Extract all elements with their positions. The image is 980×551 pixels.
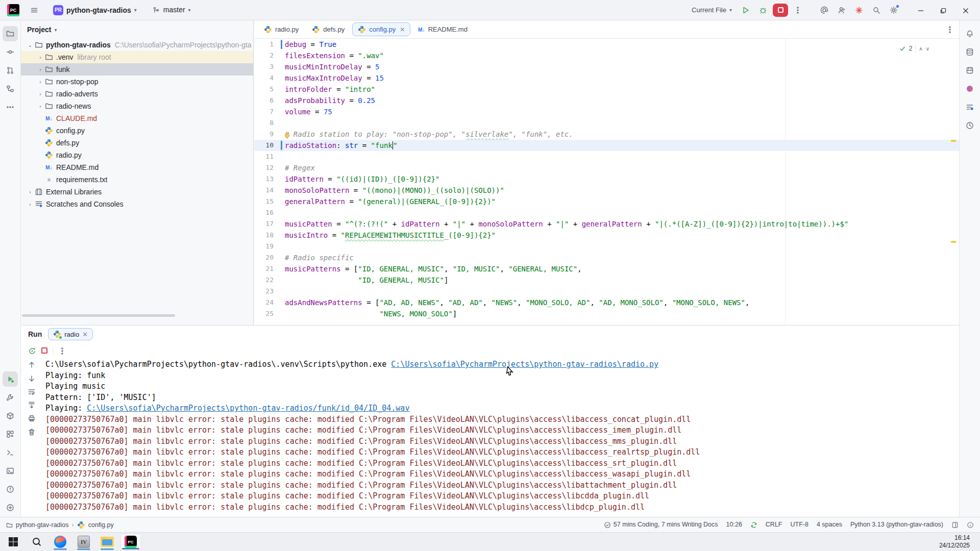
taskbar-pycharm-icon[interactable]: PC xyxy=(120,534,141,550)
chevron-right-icon[interactable]: › xyxy=(26,189,34,195)
sync-status-widget[interactable] xyxy=(750,521,757,529)
run-configuration-selector[interactable]: Current File ▾ xyxy=(688,6,736,14)
code-line-13[interactable]: 13idPattern = "((id)|(ID))_([0-9]){2}" xyxy=(254,173,959,185)
chevron-right-icon[interactable]: › xyxy=(26,202,34,207)
console-options-icon[interactable] xyxy=(58,346,66,355)
taskbar-clock[interactable]: 16:14 24/12/2025 xyxy=(939,534,977,549)
line-ending-widget[interactable]: CRLF xyxy=(766,521,782,528)
chevron-down-icon[interactable]: ▾ xyxy=(54,27,57,33)
taskbar-start-icon[interactable] xyxy=(3,534,23,550)
settings-button[interactable] xyxy=(886,3,901,17)
tool-strip-python-packages-button[interactable] xyxy=(3,408,18,423)
code-line-25[interactable]: 25 "NEWS, MONO_SOLO"] xyxy=(254,308,959,319)
code-line-17[interactable]: 17musicPatten = "^(?:(?!(" + idPattern +… xyxy=(254,218,959,230)
tree-item-radio-news[interactable]: ›radio-news xyxy=(21,100,253,112)
tool-strip-database-button[interactable] xyxy=(962,44,977,60)
tool-strip-more-tools-button[interactable] xyxy=(3,99,18,115)
scroll-to-end-icon[interactable] xyxy=(28,400,36,409)
notifications-status-icon[interactable] xyxy=(967,521,974,529)
code-line-3[interactable]: 3musicMinIntroDelay = 5 xyxy=(254,61,959,72)
run-tab-radio[interactable]: radio ✕ xyxy=(48,328,93,341)
window-maximize-button[interactable] xyxy=(933,2,953,18)
chevron-right-icon[interactable]: › xyxy=(36,79,44,85)
code-line-10[interactable]: 10radioStation: str = "funk" xyxy=(254,140,959,151)
main-menu-button[interactable] xyxy=(27,3,42,17)
code-line-4[interactable]: 4musicMaxIntroDelay = 15 xyxy=(254,72,959,84)
code-line-15[interactable]: 15generalPattern = "(general)|(GENERAL_(… xyxy=(254,196,959,207)
tool-strip-pull-requests-button[interactable] xyxy=(3,63,18,78)
chevron-right-icon[interactable]: › xyxy=(36,55,44,60)
inspections-widget[interactable]: 2 ∧ ∨ xyxy=(896,43,933,54)
taskbar-app-iv-icon[interactable]: IV xyxy=(74,534,94,550)
taskbar-explorer-icon[interactable] xyxy=(97,534,117,550)
search-everywhere-button[interactable] xyxy=(869,3,884,17)
interpreter-widget[interactable]: Python 3.13 (python-gtav-radios) xyxy=(850,521,943,528)
code-line-5[interactable]: 5introFolder = "intro" xyxy=(254,84,959,95)
tool-strip-run-button[interactable] xyxy=(3,371,18,387)
editor-tab-readme-md[interactable]: M↓README.md xyxy=(412,23,473,36)
tree-item-scratches-and-consoles[interactable]: ›Scratches and Consoles xyxy=(21,198,253,210)
code-line-7[interactable]: 7volume = 75 xyxy=(254,106,959,117)
console-output[interactable]: C:\Users\sofia\PycharmProjects\python-gt… xyxy=(45,359,957,517)
window-close-button[interactable] xyxy=(955,2,976,18)
tree-item-requirements-txt[interactable]: ≡requirements.txt xyxy=(21,173,253,186)
tool-strip-build-button[interactable] xyxy=(3,390,18,405)
stop-process-button[interactable] xyxy=(41,347,47,354)
rerun-button[interactable] xyxy=(28,346,36,355)
print-icon[interactable] xyxy=(28,414,36,422)
window-minimize-button[interactable] xyxy=(911,2,931,18)
feature-trainer-button[interactable] xyxy=(851,3,867,17)
tab-options-icon[interactable] xyxy=(946,25,954,34)
stop-button[interactable] xyxy=(773,3,788,17)
tool-strip-version-control-button[interactable] xyxy=(3,500,18,515)
taskbar-firefox-icon[interactable] xyxy=(50,534,70,550)
code-line-12[interactable]: 12# Regex xyxy=(254,162,959,173)
console-file-link[interactable]: C:\Users\sofia\PycharmProjects\python-gt… xyxy=(391,360,658,369)
clear-console-icon[interactable] xyxy=(28,427,36,436)
breadcrumb[interactable]: python-gtav-radios › config.py xyxy=(6,521,114,529)
tool-strip-services-button[interactable] xyxy=(3,427,18,442)
tool-strip-todo-button[interactable] xyxy=(962,99,977,115)
code-editor[interactable]: 1debug = True2filesExtension = ".wav"3mu… xyxy=(254,39,959,325)
next-problem-icon[interactable]: ∨ xyxy=(926,46,929,52)
tool-strip-structure-button[interactable] xyxy=(3,81,18,96)
prev-problem-icon[interactable]: ∧ xyxy=(919,46,922,52)
caret-position-widget[interactable]: 10:26 xyxy=(726,521,742,528)
tree-item-non-stop-pop[interactable]: ›non-stop-pop xyxy=(21,76,253,88)
tool-strip-commit-button[interactable] xyxy=(3,44,18,60)
run-button[interactable] xyxy=(738,3,753,17)
chevron-down-icon[interactable]: ⌄ xyxy=(26,42,34,48)
code-line-18[interactable]: 18musicIntro = "REPLACEMEWITHMUSICTITLE_… xyxy=(254,230,959,241)
chevron-right-icon[interactable]: › xyxy=(36,67,44,72)
code-line-6[interactable]: 6adsProbability = 0.25 xyxy=(254,95,959,106)
editor-tab-radio-py[interactable]: radio.py xyxy=(258,22,304,36)
tree-item-defs-py[interactable]: defs.py xyxy=(21,137,253,149)
ai-chat-button[interactable] xyxy=(817,3,832,17)
close-icon[interactable]: ✕ xyxy=(400,26,405,33)
tool-strip-python-console-button[interactable] xyxy=(3,445,18,460)
debug-button[interactable] xyxy=(755,3,771,17)
code-line-1[interactable]: 1debug = True xyxy=(254,39,959,50)
intention-bulb-icon[interactable] xyxy=(284,130,290,136)
scroll-up-icon[interactable] xyxy=(28,360,36,369)
tool-strip-ai-assistant-button[interactable] xyxy=(962,81,977,96)
scroll-down-icon[interactable] xyxy=(28,373,36,382)
chevron-right-icon[interactable]: › xyxy=(36,104,44,109)
encoding-widget[interactable]: UTF-8 xyxy=(791,521,808,528)
code-line-21[interactable]: 21musicPatterns = ["ID, GENERAL, MUSIC",… xyxy=(254,263,959,274)
code-line-14[interactable]: 14monoSoloPattern = "((mono)|(MONO))_((s… xyxy=(254,185,959,196)
soft-wrap-icon[interactable] xyxy=(28,387,36,396)
tool-strip-notifications-button[interactable] xyxy=(962,26,977,41)
tree-item-funk[interactable]: ›funk xyxy=(21,63,253,76)
tree-item-radio-adverts[interactable]: ›radio-adverts xyxy=(21,88,253,100)
tool-strip-problems-button[interactable] xyxy=(3,482,18,497)
breadcrumb-project[interactable]: python-gtav-radios xyxy=(16,521,69,529)
code-line-9[interactable]: 9# Radio station to play: "non-stop-pop"… xyxy=(254,129,959,140)
code-line-16[interactable]: 16 xyxy=(254,207,959,218)
tree-item-external-libraries[interactable]: ›External Libraries xyxy=(21,186,253,198)
indent-widget[interactable]: 4 spaces xyxy=(817,521,842,528)
console-file-link[interactable]: C:\Users\sofia\PycharmProjects\python-gt… xyxy=(87,404,409,413)
tree-item--venv[interactable]: ›.venvlibrary root xyxy=(21,51,253,63)
code-line-24[interactable]: 24adsAndNewsPatterns = ["AD, AD, NEWS", … xyxy=(254,297,959,308)
code-line-23[interactable]: 23 xyxy=(254,286,959,297)
